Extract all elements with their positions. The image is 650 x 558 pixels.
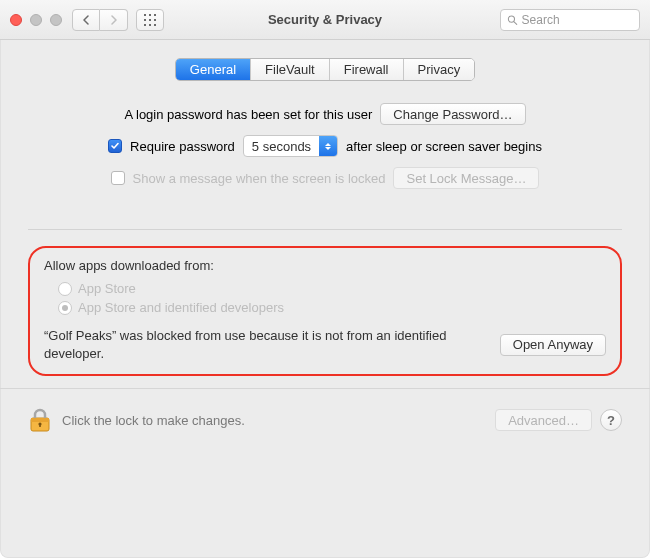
open-anyway-button[interactable]: Open Anyway [500,334,606,356]
search-icon [507,14,518,26]
section-divider [28,229,622,230]
svg-rect-2 [154,14,156,16]
forward-button[interactable] [100,9,128,31]
chevron-left-icon [82,15,90,25]
radio-identified-label: App Store and identified developers [78,300,284,315]
select-stepper-icon [319,136,337,156]
tab-firewall[interactable]: Firewall [330,59,404,80]
footer-wrap: Click the lock to make changes. Advanced… [28,376,622,433]
radio-identified-developers [58,301,72,315]
svg-rect-14 [39,424,41,427]
require-password-delay-value: 5 seconds [252,139,311,154]
svg-rect-3 [144,19,146,21]
preferences-window: Security & Privacy General FileVault Fir… [0,0,650,558]
nav-back-forward [72,9,128,31]
require-password-suffix: after sleep or screen saver begins [346,139,542,154]
blocked-app-message: “Golf Peaks” was blocked from use becaus… [44,327,490,362]
content-area: General FileVault Firewall Privacy A log… [0,40,650,558]
svg-rect-8 [154,24,156,26]
password-section: A login password has been set for this u… [28,103,622,189]
change-password-button[interactable]: Change Password… [380,103,525,125]
maximize-icon[interactable] [50,14,62,26]
svg-rect-0 [144,14,146,16]
lock-icon[interactable] [28,407,52,433]
search-input[interactable] [522,13,633,27]
search-field[interactable] [500,9,640,31]
tab-general[interactable]: General [176,59,251,80]
svg-rect-5 [154,19,156,21]
set-lock-message-button: Set Lock Message… [393,167,539,189]
radio-app-store-label: App Store [78,281,136,296]
tab-privacy[interactable]: Privacy [404,59,475,80]
titlebar: Security & Privacy [0,0,650,40]
svg-line-10 [514,21,517,24]
svg-rect-7 [149,24,151,26]
tab-filevault[interactable]: FileVault [251,59,330,80]
svg-rect-1 [149,14,151,16]
tab-bar: General FileVault Firewall Privacy [175,58,475,81]
login-password-label: A login password has been set for this u… [124,107,372,122]
allow-apps-heading: Allow apps downloaded from: [44,258,606,273]
check-icon [110,141,120,151]
svg-rect-12 [31,418,49,422]
show-message-label: Show a message when the screen is locked [133,171,386,186]
help-button[interactable]: ? [600,409,622,431]
show-all-button[interactable] [136,9,164,31]
chevron-right-icon [110,15,118,25]
back-button[interactable] [72,9,100,31]
svg-point-9 [508,16,514,22]
lock-hint-label: Click the lock to make changes. [62,413,245,428]
radio-app-store [58,282,72,296]
allow-apps-block: Allow apps downloaded from: App Store Ap… [28,246,622,376]
traffic-lights [10,14,62,26]
svg-rect-6 [144,24,146,26]
show-message-checkbox [111,171,125,185]
require-password-delay-select[interactable]: 5 seconds [243,135,338,157]
close-icon[interactable] [10,14,22,26]
footer: Click the lock to make changes. Advanced… [28,389,622,433]
advanced-button: Advanced… [495,409,592,431]
grid-icon [144,14,156,26]
minimize-icon[interactable] [30,14,42,26]
require-password-checkbox[interactable] [108,139,122,153]
svg-rect-4 [149,19,151,21]
require-password-label: Require password [130,139,235,154]
